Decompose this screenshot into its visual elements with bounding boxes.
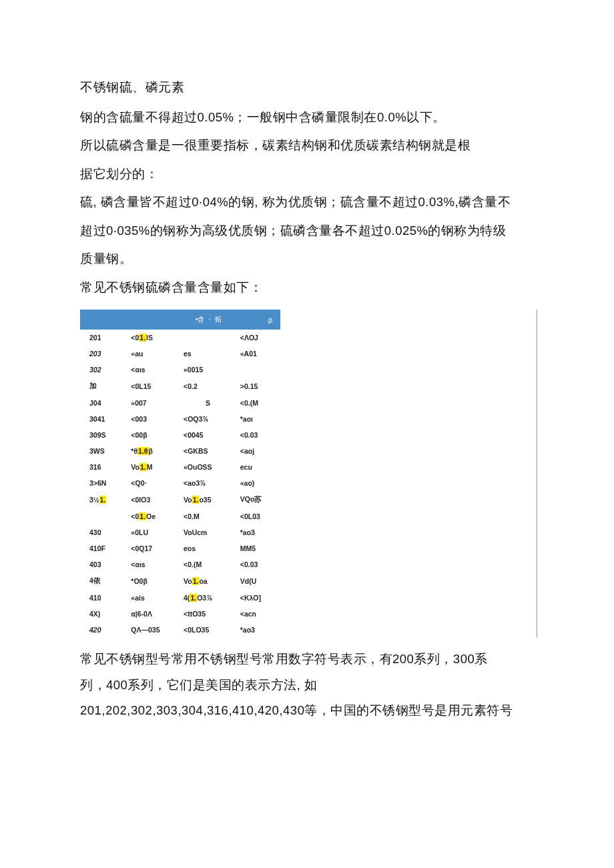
cell-c2: Vo1.M xyxy=(127,459,181,475)
cell-c4: Vd(U xyxy=(236,572,280,590)
cell-grade: J04 xyxy=(80,395,127,411)
cell-c3: <OQ3⅞ xyxy=(181,411,236,427)
cell-c2: QΛ—035 xyxy=(127,622,181,638)
steel-table: •含 ・ 拓 g. 201<01.IS<ΛOJ203«aues«A01302<α… xyxy=(80,310,280,638)
cell-c4: <acn xyxy=(236,606,280,622)
intro-p5: 超过0·035%的钢称为高级优质钢；硫磷含量各不超过0.025%的钢称为特级 xyxy=(80,217,537,246)
cell-c2: *θ1.θβ xyxy=(127,443,181,459)
cell-c2: «au xyxy=(127,346,181,362)
cell-grade: 4X) xyxy=(80,606,127,622)
table-body: 201<01.IS<ΛOJ203«aues«A01302<αιs«0015加<0… xyxy=(80,330,280,638)
title-line: 不锈钢硫、磷元素 xyxy=(80,73,537,102)
cell-c4: <aoj xyxy=(236,443,280,459)
intro-p1: 钢的含硫量不得超过0.05%；一般钢中含磷量限制在0.0%以下。 xyxy=(80,103,537,132)
table-row: 302<αιs«0015 xyxy=(80,362,280,378)
cell-c3: <0.(M xyxy=(181,556,236,572)
cell-c2: <01.IS xyxy=(127,330,181,346)
table-row: 309S<00β<0045<0.03 xyxy=(80,427,280,443)
content-table: •含 ・ 拓 g. 201<01.IS<ΛOJ203«aues«A01302<α… xyxy=(80,310,537,638)
table-row: 430«0LUVoUcm*ao3 xyxy=(80,524,280,540)
cell-c2: «0LU xyxy=(127,524,181,540)
cell-grade: 203 xyxy=(80,346,127,362)
table-row: 203«aues«A01 xyxy=(80,346,280,362)
cell-c3: <GKBS xyxy=(181,443,236,459)
cell-c3: VoUcm xyxy=(181,524,236,540)
cell-c3: <0.M xyxy=(181,508,236,524)
cell-c4: <0.(M xyxy=(236,395,280,411)
th-4: g. xyxy=(236,310,280,330)
cell-grade: 3½1. xyxy=(80,491,127,508)
cell-c4: <0L03 xyxy=(236,508,280,524)
cell-c2: <αιs xyxy=(127,362,181,378)
cell-c2: α|6-0Λ xyxy=(127,606,181,622)
cell-grade: 4依 xyxy=(80,572,127,590)
table-row: 3½1.<0IO3Vo1.o35VQo苏 xyxy=(80,491,280,508)
cell-grade: 201 xyxy=(80,330,127,346)
table-row: 3>6N<Q0·<ao3⅞«ao) xyxy=(80,475,280,491)
cell-grade: 316 xyxy=(80,459,127,475)
table-row: 4依*O0βVo1.oaVd(U xyxy=(80,572,280,590)
cell-c4: ecu xyxy=(236,459,280,475)
intro-p6: 质量钢。 xyxy=(80,245,537,274)
cell-c4: *aoι xyxy=(236,411,280,427)
table-row: 420QΛ—035<0LO35*ao3 xyxy=(80,622,280,638)
cell-grade: 410 xyxy=(80,590,127,606)
cell-c4: >0.15 xyxy=(236,378,280,395)
table-row: 410F<0Q17eosMM5 xyxy=(80,540,280,556)
cell-c2: <αιs xyxy=(127,556,181,572)
cell-c3: 4(1.O3⅞ xyxy=(181,590,236,606)
cell-c3: es xyxy=(181,346,236,362)
cell-c2: «ais xyxy=(127,590,181,606)
cell-grade: 302 xyxy=(80,362,127,378)
cell-c3: Vo1.o35 xyxy=(181,491,236,508)
intro-p2: 所以硫磷含量是一很重要指标，碳素结构钢和优质碳素结构钢就是根 xyxy=(80,131,537,160)
cell-c2: <003 xyxy=(127,411,181,427)
cell-grade: 309S xyxy=(80,427,127,443)
cell-c4: *ao3 xyxy=(236,622,280,638)
th-3: •含 ・ 拓 xyxy=(181,310,236,330)
table-row: 316Vo1.M«OuOSSecu xyxy=(80,459,280,475)
cell-c3: «OuOSS xyxy=(181,459,236,475)
cell-c4: VQo苏 xyxy=(236,491,280,508)
cell-c2: «007 xyxy=(127,395,181,411)
th-1 xyxy=(80,310,127,330)
cell-c4: <KλO] xyxy=(236,590,280,606)
table-row: 201<01.IS<ΛOJ xyxy=(80,330,280,346)
table-row: <01.Oe<0.M<0L03 xyxy=(80,508,280,524)
table-row: 4X)α|6-0Λ<ttO35<acn xyxy=(80,606,280,622)
intro-p3: 据它划分的： xyxy=(80,160,537,189)
table-header-row: •含 ・ 拓 g. xyxy=(80,310,280,330)
cell-grade xyxy=(80,508,127,524)
table-row: 3WS*θ1.θβ<GKBS<aoj xyxy=(80,443,280,459)
intro-p4: 硫, 磷含量皆不超过0·04%的钢, 称为优质钢；硫含量不超过0.03%,磷含量… xyxy=(80,188,537,217)
table-row: 403<αιs<0.(M<0.03 xyxy=(80,556,280,572)
th-2 xyxy=(127,310,181,330)
cell-grade: 加 xyxy=(80,378,127,395)
cell-c4: *ao3 xyxy=(236,524,280,540)
cell-c3: eos xyxy=(181,540,236,556)
table-row: J04«007S<0.(M xyxy=(80,395,280,411)
intro-p7: 常见不锈钢硫磷含量含量如下： xyxy=(80,274,537,302)
cell-c3: <0LO35 xyxy=(181,622,236,638)
cell-grade: 430 xyxy=(80,524,127,540)
cell-c4 xyxy=(236,362,280,378)
cell-grade: 3>6N xyxy=(80,475,127,491)
cell-c4: MM5 xyxy=(236,540,280,556)
cell-c2: <00β xyxy=(127,427,181,443)
cell-c3: <ttO35 xyxy=(181,606,236,622)
footer-p2: 列，400系列，它们是美国的表示方法, 如 xyxy=(80,675,537,696)
cell-c2: <0L15 xyxy=(127,378,181,395)
cell-c2: <0IO3 xyxy=(127,491,181,508)
cell-grade: 403 xyxy=(80,556,127,572)
cell-c3: Vo1.oa xyxy=(181,572,236,590)
cell-c3: <0.2 xyxy=(181,378,236,395)
table-row: 加<0L15<0.2>0.15 xyxy=(80,378,280,395)
cell-grade: 410F xyxy=(80,540,127,556)
cell-c3: <ao3⅞ xyxy=(181,475,236,491)
cell-c4: «A01 xyxy=(236,346,280,362)
cell-grade: 420 xyxy=(80,622,127,638)
footer-p1: 常见不锈钢型号常用不锈钢型号常用数字符号表示，有200系列，300系 xyxy=(80,648,537,670)
cell-c4: <ΛOJ xyxy=(236,330,280,346)
cell-c4: <0.03 xyxy=(236,427,280,443)
cell-c3: «0015 xyxy=(181,362,236,378)
